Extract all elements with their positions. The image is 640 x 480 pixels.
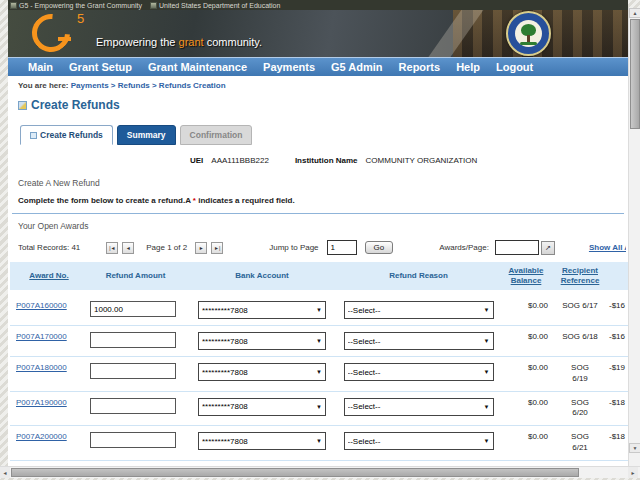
net-value: -$16 bbox=[604, 293, 628, 326]
vertical-scrollbar-thumb[interactable] bbox=[630, 19, 640, 129]
table-row: P007A180000 *********7808▼ --Select--▼ $… bbox=[10, 357, 628, 392]
go-button[interactable]: Go bbox=[365, 241, 394, 254]
window-title-g5: G5 - Empowering the Grant Community bbox=[10, 2, 142, 9]
scroll-left-icon[interactable]: ◄ bbox=[0, 467, 10, 478]
window-icon bbox=[150, 2, 157, 9]
dept-of-education-seal-icon bbox=[506, 11, 551, 56]
award-link[interactable]: P007A200000 bbox=[16, 432, 67, 441]
col-available-balance: Available Balance bbox=[496, 262, 556, 293]
sort-award-no[interactable]: Award No. bbox=[29, 271, 68, 280]
jump-to-page-label: Jump to Page bbox=[269, 243, 318, 252]
horizontal-scrollbar[interactable]: ◄ ► bbox=[0, 466, 640, 478]
vertical-scrollbar[interactable]: ▲ ▼ bbox=[628, 8, 640, 466]
table-row: P007A200000 *********7808▼ --Select--▼ $… bbox=[10, 426, 628, 461]
net-value: -$19 bbox=[604, 357, 628, 392]
prev-page-button[interactable]: ◄ bbox=[122, 242, 134, 254]
available-balance-value: $0.00 bbox=[496, 426, 556, 461]
award-link[interactable]: P007A190000 bbox=[16, 398, 67, 407]
available-balance-value: $0.00 bbox=[496, 357, 556, 392]
tab-create-refunds[interactable]: Create Refunds bbox=[20, 125, 113, 145]
breadcrumb: You are here: Payments > Refunds > Refun… bbox=[8, 76, 628, 90]
tab-confirmation[interactable]: Confirmation bbox=[180, 125, 253, 145]
create-new-refund-heading: Create A New Refund bbox=[18, 178, 628, 188]
award-link[interactable]: P007A160000 bbox=[16, 301, 67, 310]
available-balance-value: $0.00 bbox=[496, 293, 556, 326]
bank-account-select[interactable]: *********7808 bbox=[198, 332, 326, 350]
show-all-awards-link[interactable]: Show All Awards bbox=[589, 243, 626, 252]
last-page-button[interactable]: ►| bbox=[211, 242, 223, 254]
recipient-reference-value: SOG 6/18 bbox=[556, 326, 604, 357]
total-records: Total Records: 41 bbox=[18, 243, 80, 252]
refund-amount-input[interactable] bbox=[90, 301, 176, 317]
first-page-button[interactable]: |◄ bbox=[106, 242, 118, 254]
identity-row: UEI AAA111BBB222 Institution Name COMMUN… bbox=[8, 156, 628, 165]
recipient-reference-value: SOG 6/20 bbox=[556, 391, 604, 426]
scroll-right-icon[interactable]: ► bbox=[628, 467, 638, 478]
banner: 5 Empowering the grant community. bbox=[8, 10, 628, 57]
g5-logo-five: 5 bbox=[77, 11, 84, 26]
total-records-value: 41 bbox=[71, 243, 80, 252]
award-link[interactable]: P007A180000 bbox=[16, 363, 67, 372]
total-records-label: Total Records: bbox=[18, 243, 69, 252]
recipient-reference-value: SOG 6/17 bbox=[556, 293, 604, 326]
col-bank-account: Bank Account bbox=[183, 262, 341, 293]
net-value: -$16 bbox=[604, 326, 628, 357]
uei-label: UEI bbox=[190, 156, 203, 165]
nav-grant-setup[interactable]: Grant Setup bbox=[69, 61, 132, 73]
page-title-text: Create Refunds bbox=[31, 98, 120, 112]
institution-name-value: COMMUNITY ORGANIZATION bbox=[366, 156, 478, 165]
institution-name-label: Institution Name bbox=[295, 156, 358, 165]
refund-amount-input[interactable] bbox=[90, 398, 176, 414]
scroll-down-icon[interactable]: ▼ bbox=[629, 443, 640, 453]
nav-reports[interactable]: Reports bbox=[399, 61, 441, 73]
window-title-strip: G5 - Empowering the Grant Community Unit… bbox=[8, 0, 628, 10]
tagline-pre: Empowering the bbox=[96, 36, 179, 48]
col-refund-amount: Refund Amount bbox=[88, 262, 183, 293]
nav-payments[interactable]: Payments bbox=[263, 61, 315, 73]
refund-reason-select[interactable]: --Select-- bbox=[344, 332, 494, 350]
horizontal-scrollbar-thumb[interactable] bbox=[11, 468, 579, 477]
tagline-accent: grant bbox=[179, 36, 204, 48]
jump-to-page-input[interactable] bbox=[327, 240, 357, 255]
breadcrumb-payments[interactable]: Payments bbox=[71, 81, 109, 90]
tab-icon bbox=[30, 132, 37, 139]
net-value: -$18 bbox=[604, 391, 628, 426]
sort-available-balance[interactable]: Available Balance bbox=[509, 266, 544, 285]
nav-g5-admin[interactable]: G5 Admin bbox=[331, 61, 383, 73]
awards-per-page-go-icon[interactable]: ↗ bbox=[541, 241, 555, 255]
nav-grant-maintenance[interactable]: Grant Maintenance bbox=[148, 61, 247, 73]
awards-per-page-input[interactable] bbox=[495, 240, 539, 255]
open-awards-table-wrap: Award No. Refund Amount Bank Account Ref… bbox=[10, 262, 628, 470]
refund-reason-select[interactable]: --Select-- bbox=[344, 301, 494, 319]
nav-logout[interactable]: Logout bbox=[496, 61, 533, 73]
sort-recipient-reference[interactable]: Recipient Reference bbox=[561, 266, 600, 285]
next-page-button[interactable]: ► bbox=[195, 242, 207, 254]
bank-account-select[interactable]: *********7808 bbox=[198, 301, 326, 319]
nav-help[interactable]: Help bbox=[456, 61, 480, 73]
scroll-up-icon[interactable]: ▲ bbox=[629, 8, 640, 18]
bank-account-select[interactable]: *********7808 bbox=[198, 398, 326, 416]
uei-value: AAA111BBB222 bbox=[211, 156, 269, 165]
breadcrumb-refunds[interactable]: Refunds bbox=[118, 81, 150, 90]
table-row: P007A170000 *********7808▼ --Select--▼ $… bbox=[10, 326, 628, 357]
breadcrumb-prefix: You are here: bbox=[18, 81, 69, 90]
page-indicator: Page 1 of 2 bbox=[146, 243, 187, 252]
bank-account-select[interactable]: *********7808 bbox=[198, 432, 326, 450]
refund-reason-select[interactable]: --Select-- bbox=[344, 432, 494, 450]
bank-account-select[interactable]: *********7808 bbox=[198, 363, 326, 381]
tab-summary[interactable]: Summary bbox=[117, 125, 176, 145]
breadcrumb-refunds-creation[interactable]: Refunds Creation bbox=[159, 81, 226, 90]
nav-main[interactable]: Main bbox=[28, 61, 53, 73]
net-value: -$18 bbox=[604, 426, 628, 461]
award-link[interactable]: P007A170000 bbox=[16, 332, 67, 341]
refund-amount-input[interactable] bbox=[90, 332, 176, 348]
refund-amount-input[interactable] bbox=[90, 432, 176, 448]
refund-amount-input[interactable] bbox=[90, 363, 176, 379]
refund-reason-select[interactable]: --Select-- bbox=[344, 363, 494, 381]
col-award-no: Award No. bbox=[10, 262, 88, 293]
banner-tagline: Empowering the grant community. bbox=[96, 36, 262, 48]
available-balance-value: $0.00 bbox=[496, 326, 556, 357]
recipient-reference-value: SOG 6/19 bbox=[556, 357, 604, 392]
refund-reason-select[interactable]: --Select-- bbox=[344, 398, 494, 416]
instruction-post: indicates a required field. bbox=[196, 196, 295, 205]
